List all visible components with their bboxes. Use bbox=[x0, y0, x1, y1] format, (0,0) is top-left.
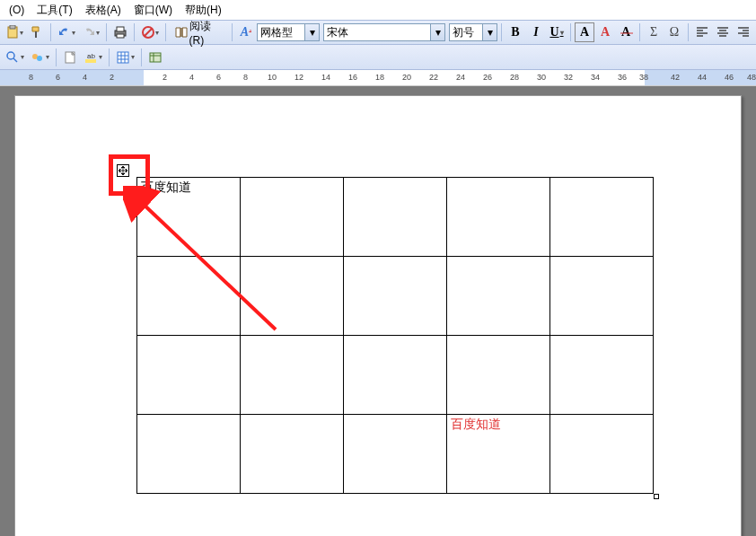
italic-button[interactable]: I bbox=[526, 22, 546, 42]
size-input[interactable] bbox=[450, 24, 482, 40]
insert-worksheet-button[interactable] bbox=[145, 48, 165, 67]
symbol-button[interactable]: Ω bbox=[664, 22, 684, 42]
ruler-num: 6 bbox=[56, 73, 60, 82]
separator bbox=[501, 23, 502, 41]
format-painter-button[interactable] bbox=[27, 22, 47, 42]
table-cell[interactable] bbox=[241, 336, 344, 415]
horizontal-ruler[interactable]: 8 6 4 2 2 4 6 8 10 12 14 16 18 20 22 24 … bbox=[0, 70, 756, 86]
table-cell[interactable] bbox=[550, 178, 654, 257]
read-mode-label: 阅读(R) bbox=[189, 19, 224, 47]
redo-button[interactable]: ▾ bbox=[79, 22, 102, 42]
strike-button[interactable]: A bbox=[616, 22, 636, 42]
research-button[interactable]: ▾ bbox=[3, 48, 27, 67]
ruler-num: 4 bbox=[189, 73, 194, 82]
ruler-num: 38 bbox=[639, 73, 648, 82]
table-cell[interactable]: 百度知道 bbox=[447, 415, 550, 494]
size-combo[interactable]: ▾ bbox=[449, 23, 497, 41]
svg-point-11 bbox=[37, 56, 42, 61]
document-page[interactable]: 百度知道 bbox=[14, 95, 742, 536]
ruler-num: 26 bbox=[483, 73, 492, 82]
table-cell[interactable] bbox=[344, 257, 447, 336]
menu-window[interactable]: 窗口(W) bbox=[128, 1, 178, 20]
table-cell[interactable] bbox=[137, 415, 241, 494]
translate-button[interactable]: ▾ bbox=[28, 48, 52, 67]
ruler-num: 14 bbox=[321, 73, 330, 82]
menu-bar: (O) 工具(T) 表格(A) 窗口(W) 帮助(H) bbox=[0, 0, 756, 20]
table-cell[interactable] bbox=[241, 415, 344, 494]
style-icon[interactable]: A⁴ bbox=[236, 22, 256, 42]
table-row: 百度知道 bbox=[137, 415, 654, 494]
table-cell[interactable] bbox=[447, 257, 550, 336]
ruler-num: 18 bbox=[375, 73, 384, 82]
style-input[interactable] bbox=[258, 24, 304, 40]
font-combo-arrow[interactable]: ▾ bbox=[430, 24, 444, 40]
underline-button[interactable]: U▾ bbox=[547, 22, 567, 42]
size-combo-arrow[interactable]: ▾ bbox=[482, 24, 497, 40]
insert-table-button[interactable]: ▾ bbox=[113, 48, 137, 67]
ruler-num: 20 bbox=[402, 73, 411, 82]
read-mode-button[interactable]: 阅读(R) bbox=[170, 22, 229, 42]
equation-editor-button[interactable]: Σ bbox=[644, 22, 664, 42]
char-shading-button[interactable]: A bbox=[595, 22, 615, 42]
document-table[interactable]: 百度知道 bbox=[136, 177, 654, 494]
menu-tools[interactable]: 工具(T) bbox=[31, 1, 77, 20]
table-cell[interactable] bbox=[241, 257, 344, 336]
svg-rect-4 bbox=[117, 34, 124, 38]
menu-help[interactable]: 帮助(H) bbox=[180, 1, 227, 20]
ruler-num: 30 bbox=[537, 73, 546, 82]
table-cell[interactable] bbox=[447, 336, 550, 415]
separator bbox=[141, 48, 142, 66]
menu-table[interactable]: 表格(A) bbox=[80, 1, 127, 20]
svg-rect-15 bbox=[118, 52, 128, 63]
print-button[interactable] bbox=[110, 22, 130, 42]
font-input[interactable] bbox=[324, 24, 430, 40]
align-right-button[interactable] bbox=[734, 22, 753, 42]
table-row bbox=[137, 257, 654, 336]
ruler-num: 42 bbox=[671, 73, 680, 82]
new-doc-button[interactable] bbox=[60, 48, 80, 67]
highlight-text-button[interactable]: ab ▾ bbox=[81, 48, 105, 67]
table-resize-handle[interactable] bbox=[654, 494, 659, 499]
separator bbox=[106, 23, 107, 41]
undo-button[interactable]: ▾ bbox=[55, 22, 78, 42]
table-cell[interactable] bbox=[550, 415, 654, 494]
permissions-button[interactable]: ▾ bbox=[138, 22, 162, 42]
style-combo-arrow[interactable]: ▾ bbox=[304, 24, 319, 40]
align-center-button[interactable] bbox=[713, 22, 733, 42]
toolbar-secondary: ▾ ▾ ab ▾ ▾ bbox=[0, 45, 756, 70]
separator bbox=[109, 48, 110, 66]
annotation-highlight-box bbox=[109, 154, 150, 196]
separator bbox=[232, 23, 233, 41]
separator bbox=[134, 23, 135, 41]
ruler-num: 2 bbox=[163, 73, 167, 82]
ruler-num: 46 bbox=[725, 73, 734, 82]
ruler-num: 44 bbox=[698, 73, 707, 82]
separator bbox=[639, 23, 640, 41]
table-cell[interactable] bbox=[344, 178, 447, 257]
svg-line-9 bbox=[13, 58, 17, 62]
table-cell[interactable] bbox=[137, 257, 241, 336]
table-cell[interactable] bbox=[447, 178, 550, 257]
ruler-num: 24 bbox=[456, 73, 465, 82]
table-cell[interactable] bbox=[550, 257, 654, 336]
ruler-num: 12 bbox=[294, 73, 303, 82]
align-left-button[interactable] bbox=[692, 22, 712, 42]
toolbar-main: ▾ ▾ ▾ ▾ 阅读(R) A⁴ ▾ ▾ ▾ B I U▾ A bbox=[0, 20, 756, 45]
table-cell[interactable] bbox=[344, 336, 447, 415]
font-combo[interactable]: ▾ bbox=[323, 23, 445, 41]
svg-line-6 bbox=[145, 29, 152, 36]
table-cell[interactable] bbox=[241, 178, 344, 257]
table-cell[interactable] bbox=[550, 336, 654, 415]
separator bbox=[56, 48, 57, 66]
highlight-button[interactable]: A bbox=[575, 22, 594, 42]
style-combo[interactable]: ▾ bbox=[257, 23, 320, 41]
svg-point-8 bbox=[7, 52, 14, 59]
ruler-num: 22 bbox=[429, 73, 438, 82]
bold-button[interactable]: B bbox=[505, 22, 525, 42]
menu-format[interactable]: (O) bbox=[4, 2, 30, 18]
table-cell[interactable] bbox=[137, 336, 241, 415]
separator bbox=[165, 23, 166, 41]
paste-button[interactable]: ▾ bbox=[3, 22, 26, 42]
table-cell[interactable] bbox=[344, 415, 447, 494]
table-cell[interactable]: 百度知道 bbox=[137, 178, 241, 257]
